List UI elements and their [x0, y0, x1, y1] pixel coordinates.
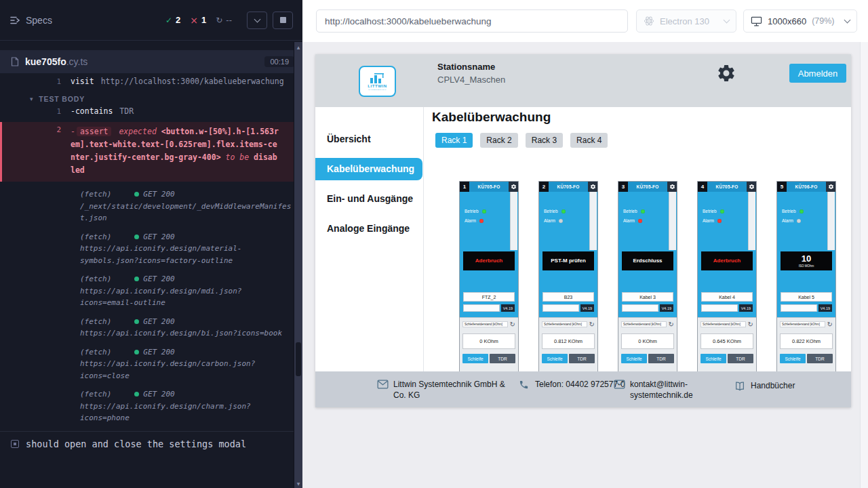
page-title: Kabelüberwachung — [432, 110, 551, 125]
tab-rack-2[interactable]: Rack 2 — [480, 133, 517, 148]
failed-stat: ×1 — [190, 15, 206, 26]
loop-resistance-label: Schleifenwiderstand [kOhm] — [621, 321, 667, 327]
spec-extension: .cy.ts — [66, 56, 88, 67]
schleife-button[interactable]: Schleife — [780, 354, 806, 363]
card-settings-icon[interactable] — [826, 182, 835, 192]
viewport-selector[interactable]: 1000x660 (79%) — [743, 9, 857, 33]
assert-expected: expected — [119, 127, 156, 136]
cable-name: Kabel 5 — [781, 292, 832, 302]
station-label: Stationsname — [437, 62, 505, 72]
station-name: CPLV4_Maschen — [437, 75, 505, 85]
resistance-value: 0 KOhm — [462, 333, 515, 349]
status-ok-dot — [134, 319, 139, 324]
scroll-up-arrow[interactable]: ▲ — [294, 42, 302, 52]
tdr-button[interactable]: TDR — [569, 354, 595, 363]
footer-manuals[interactable]: Handbücher — [734, 380, 795, 391]
alarm-led — [559, 219, 563, 223]
failed-assert-command[interactable]: 2 -assert expected <button.w-[50%].h-[1.… — [0, 122, 302, 182]
status-ok-dot — [134, 235, 139, 239]
status-display: Erdschluss — [622, 251, 673, 270]
card-settings-icon[interactable] — [747, 182, 756, 192]
screen: Specs ✓2 ×1 ↻-- kue705fo.cy.ts 00:19 1 v… — [0, 0, 868, 488]
schleife-button[interactable]: Schleife — [621, 354, 647, 363]
station-info: Stationsname CPLV4_Maschen — [437, 62, 505, 85]
fetch-url: https://api.iconify.design/material-symb… — [80, 243, 292, 266]
collapsed-test-row[interactable]: should open and close the settings modal — [0, 431, 302, 456]
schleife-button[interactable]: Schleife — [462, 354, 488, 363]
refresh-icon[interactable]: ↻ — [510, 321, 515, 328]
sidebar-item-uebersicht[interactable]: Übersicht — [315, 127, 423, 150]
cypress-reporter-panel: Specs ✓2 ×1 ↻-- kue705fo.cy.ts 00:19 1 v… — [0, 0, 302, 488]
collapse-reporter-button[interactable] — [247, 12, 267, 29]
specs-button[interactable]: Specs — [9, 15, 52, 26]
schleife-button[interactable]: Schleife — [542, 354, 568, 363]
run-stats: ✓2 ×1 ↻-- — [165, 12, 293, 29]
sidebar-item-ein-und-ausgaenge[interactable]: Ein- und Ausgänge — [315, 186, 423, 211]
tdr-button[interactable]: TDR — [648, 354, 674, 363]
tab-rack-4[interactable]: Rack 4 — [570, 133, 608, 148]
tdr-button[interactable]: TDR — [490, 354, 515, 363]
command-visit[interactable]: 1 visit http://localhost:3000/kabelueber… — [0, 73, 302, 88]
url-input[interactable] — [316, 9, 628, 33]
logout-button[interactable]: Abmelden — [789, 64, 846, 83]
assert-badge: assert — [77, 127, 112, 136]
specs-label: Specs — [26, 15, 52, 26]
page-scrollbar[interactable] — [860, 42, 868, 488]
settings-gear-icon[interactable] — [716, 63, 736, 83]
loop-resistance-label: Schleifenwiderstand [kOhm] — [701, 321, 746, 327]
browser-label: Electron 130 — [660, 16, 709, 26]
tdr-button[interactable]: TDR — [807, 354, 833, 363]
spec-name: kue705fo — [25, 56, 66, 67]
refresh-icon[interactable]: ↻ — [589, 321, 595, 328]
spacer-box — [463, 304, 500, 312]
sidebar-item-analoge-eingaenge[interactable]: Analoge Eingänge — [315, 216, 423, 241]
card-settings-icon[interactable] — [667, 182, 677, 192]
chevron-down-icon — [254, 16, 260, 22]
fetch-method: GET 200 — [143, 273, 174, 285]
refresh-icon[interactable]: ↻ — [748, 321, 753, 328]
scrollbar-thumb[interactable] — [296, 342, 301, 376]
logo-text: LITTWIN — [368, 84, 387, 88]
stop-run-button[interactable] — [273, 12, 293, 29]
reporter-scrollbar[interactable]: ▲ ▼ — [294, 42, 302, 488]
fetch-url: /_next/static/development/_devMiddleware… — [80, 201, 292, 224]
test-body-label: TEST BODY — [39, 95, 85, 103]
scroll-down-arrow[interactable]: ▼ — [294, 479, 302, 488]
card-settings-icon[interactable] — [509, 182, 518, 192]
card-side-panel — [669, 192, 676, 250]
command-name: -contains — [71, 106, 113, 116]
spacer-box — [542, 304, 579, 312]
card-model: KÜ705-FO — [469, 182, 509, 192]
assert-dash: - — [71, 127, 75, 136]
command-line-number: 1 — [0, 107, 71, 116]
fetch-tag: (fetch) — [80, 273, 111, 285]
command-log: 1 visit http://localhost:3000/kabelueber… — [0, 73, 302, 456]
card-number: 4 — [698, 182, 707, 192]
refresh-icon[interactable]: ↻ — [669, 321, 674, 328]
command-contains[interactable]: 1 -contains TDR — [0, 103, 302, 118]
tab-rack-1[interactable]: Rack 1 — [435, 133, 473, 148]
resistance-value: 0.812 KOhm — [542, 333, 595, 349]
schleife-button[interactable]: Schleife — [701, 354, 726, 363]
rack-tabs: Rack 1 Rack 2 Rack 3 Rack 4 — [435, 133, 608, 148]
alarm-label: Alarm — [703, 218, 714, 223]
command-line-number: 1 — [0, 77, 71, 86]
test-body-toggle[interactable]: ▾ TEST BODY — [0, 95, 302, 103]
fetch-log-entry: (fetch)GET 200 https://api.iconify.desig… — [80, 231, 292, 267]
status-display: PST-M prüfen — [542, 251, 594, 270]
tab-rack-3[interactable]: Rack 3 — [526, 133, 563, 148]
card-side-panel — [748, 192, 755, 250]
spec-header[interactable]: kue705fo.cy.ts 00:19 — [0, 50, 302, 73]
card-model: KÜ705-FO — [549, 182, 588, 192]
status-display: Aderbruch — [701, 251, 753, 270]
alarm-led — [717, 219, 722, 223]
tdr-button[interactable]: TDR — [728, 354, 753, 363]
card-model: KÜ705-FO — [628, 182, 667, 192]
sidebar-item-kabelueberwachung[interactable]: Kabelüberwachung — [315, 158, 422, 180]
iso-value: 10 — [802, 254, 811, 263]
refresh-icon[interactable]: ↻ — [827, 321, 833, 328]
aut-workspace: LITTWIN SYSTEMTECHNIK Stationsname CPLV4… — [302, 42, 868, 488]
browser-selector[interactable]: Electron 130 — [636, 9, 736, 33]
card-settings-icon[interactable] — [588, 182, 597, 192]
firmware-version: V4.19 — [818, 304, 832, 312]
